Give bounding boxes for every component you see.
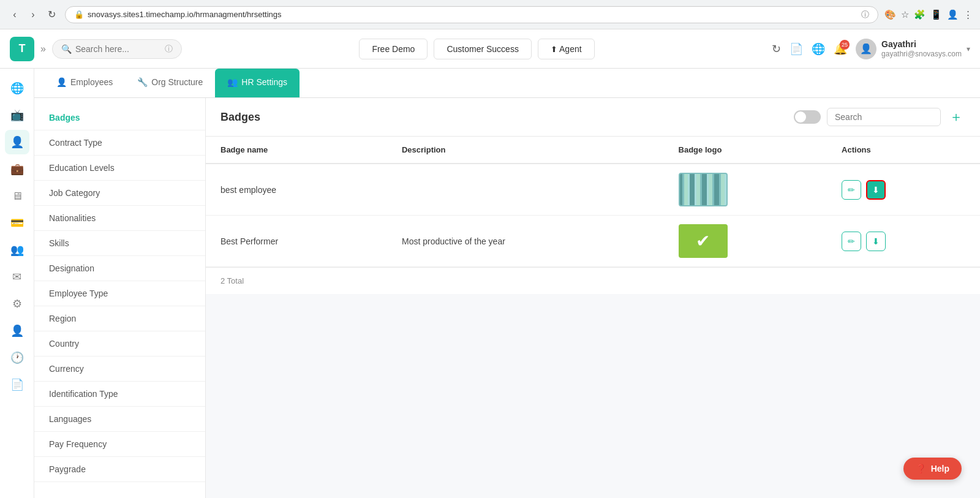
- table-header: Badge name Description Badge logo Action…: [206, 137, 980, 164]
- settings-item-contract-type[interactable]: Contract Type: [34, 130, 205, 156]
- settings-item-employee-type[interactable]: Employee Type: [34, 281, 205, 306]
- content-header: Badges ＋: [206, 98, 980, 137]
- settings-item-paygrade[interactable]: Paygrade: [34, 457, 205, 482]
- settings-item-job-category[interactable]: Job Category: [34, 181, 205, 206]
- badges-table: Badge name Description Badge logo Action…: [206, 137, 980, 267]
- lock-icon: 🔒: [74, 10, 84, 19]
- refresh-icon[interactable]: ↻: [772, 42, 781, 56]
- settings-item-skills[interactable]: Skills: [34, 231, 205, 256]
- badge-logo-cell: [664, 164, 827, 216]
- toggle-switch[interactable]: [794, 110, 821, 124]
- table-row: best employee: [206, 164, 980, 216]
- sidebar-item-doc[interactable]: 📄: [5, 372, 29, 397]
- tab-hr-settings[interactable]: 👥 HR Settings: [215, 69, 300, 97]
- expand-nav-button[interactable]: »: [40, 43, 46, 55]
- col-description: Description: [387, 137, 664, 164]
- sidebar-item-briefcase[interactable]: 💼: [5, 157, 29, 181]
- notification-badge: 25: [840, 40, 850, 50]
- content-area: Badges Contract Type Education Levels Jo…: [34, 98, 980, 498]
- url-text: snovasys.sites1.timechamp.io/hrmanagment…: [88, 10, 281, 19]
- help-button[interactable]: ❓ Help: [903, 458, 962, 480]
- settings-item-designation[interactable]: Designation: [34, 256, 205, 281]
- settings-item-education-levels[interactable]: Education Levels: [34, 156, 205, 181]
- dropdown-chevron-icon: ▾: [967, 45, 970, 53]
- agent-icon: ⬆: [551, 45, 557, 54]
- sidebar-item-mail[interactable]: ✉: [5, 265, 29, 289]
- app-logo: T: [10, 37, 34, 61]
- free-demo-button[interactable]: Free Demo: [359, 39, 428, 59]
- customer-success-button[interactable]: Customer Success: [434, 39, 531, 59]
- total-label: 2 Total: [221, 276, 244, 285]
- forward-button[interactable]: ›: [26, 7, 40, 22]
- tab-employees[interactable]: 👤 Employees: [44, 69, 125, 97]
- bookmark-icon: ☆: [901, 9, 909, 20]
- main-content: Badges ＋ Badge name Description: [206, 98, 980, 498]
- description-cell: [387, 164, 664, 216]
- sidebar-item-group[interactable]: 👥: [5, 238, 29, 262]
- header-search-box[interactable]: 🔍 ⓘ: [52, 39, 182, 59]
- globe-icon[interactable]: 🌐: [812, 42, 825, 56]
- sidebar-item-clock[interactable]: 🕐: [5, 345, 29, 370]
- col-actions: Actions: [827, 137, 980, 164]
- sidebar-item-person2[interactable]: 👤: [5, 319, 29, 343]
- download-icon: ⬇: [872, 185, 880, 195]
- sidebar-item-monitor[interactable]: 🖥: [5, 184, 29, 208]
- main-wrapper: 🌐 📺 👤 💼 🖥 💳 👥 ✉ ⚙ 👤 🕐 📄 👤 Employees 🔧 Or…: [0, 69, 980, 498]
- add-badge-button[interactable]: ＋: [947, 108, 965, 126]
- document-icon[interactable]: 📄: [790, 42, 803, 56]
- settings-item-country[interactable]: Country: [34, 331, 205, 357]
- actions-cell: ✏ ⬇: [827, 164, 980, 216]
- edit-icon: ✏: [848, 185, 855, 195]
- employees-tab-label: Employees: [70, 77, 113, 87]
- browser-nav-buttons: ‹ › ↻: [7, 7, 59, 22]
- badge-logo-cell: ✔: [664, 216, 827, 267]
- download-icon: ⬇: [872, 236, 880, 246]
- sidebar-item-card[interactable]: 💳: [5, 211, 29, 235]
- help-circle-icon: ❓: [916, 464, 926, 473]
- info-circle-icon: ⓘ: [165, 43, 173, 55]
- header-search-input[interactable]: [75, 44, 161, 54]
- settings-item-badges[interactable]: Badges: [34, 105, 205, 130]
- col-badge-logo: Badge logo: [664, 137, 827, 164]
- agent-button[interactable]: ⬆ Agent: [538, 39, 595, 59]
- settings-item-nationalities[interactable]: Nationalities: [34, 206, 205, 231]
- browser-actions: 🎨 ☆ 🧩 📱 👤 ⋮: [884, 9, 973, 20]
- header-right-section: ↻ 📄 🌐 🔔 25 👤 Gayathri gayathri@snovasys.…: [772, 39, 970, 59]
- edit-button-row2[interactable]: ✏: [842, 232, 861, 251]
- action-buttons: ✏ ⬇: [842, 232, 965, 251]
- notification-bell[interactable]: 🔔 25: [834, 42, 847, 56]
- settings-item-currency[interactable]: Currency: [34, 357, 205, 382]
- info-icon: ⓘ: [861, 9, 869, 20]
- settings-sidebar: Badges Contract Type Education Levels Jo…: [34, 98, 206, 498]
- address-bar[interactable]: 🔒 snovasys.sites1.timechamp.io/hrmanagme…: [65, 6, 878, 23]
- content-title: Badges: [221, 111, 260, 124]
- search-wrapper[interactable]: [827, 108, 941, 126]
- sidebar-item-globe[interactable]: 🌐: [5, 76, 29, 100]
- hr-settings-tab-label: HR Settings: [241, 77, 287, 87]
- employees-tab-icon: 👤: [56, 77, 67, 87]
- search-input[interactable]: [835, 112, 933, 122]
- table-body: best employee: [206, 164, 980, 267]
- user-info[interactable]: 👤 Gayathri gayathri@snovasys.com ▾: [856, 39, 970, 59]
- settings-item-region[interactable]: Region: [34, 306, 205, 331]
- sidebar-item-user[interactable]: 👤: [5, 130, 29, 154]
- description-cell: Most productive of the year: [387, 216, 664, 267]
- download-button-row1-highlighted[interactable]: ⬇: [866, 180, 886, 200]
- settings-item-pay-frequency[interactable]: Pay Frequency: [34, 432, 205, 457]
- edit-button-row1[interactable]: ✏: [842, 180, 861, 200]
- download-button-row2[interactable]: ⬇: [866, 232, 886, 251]
- tab-org-structure[interactable]: 🔧 Org Structure: [125, 69, 215, 97]
- org-structure-tab-icon: 🔧: [137, 77, 148, 87]
- settings-item-identification-type[interactable]: Identification Type: [34, 382, 205, 407]
- action-buttons: ✏ ⬇: [842, 180, 965, 200]
- user-name: Gayathri: [881, 39, 962, 50]
- table-footer: 2 Total: [206, 267, 980, 294]
- sidebar-item-gear[interactable]: ⚙: [5, 292, 29, 316]
- settings-item-languages[interactable]: Languages: [34, 407, 205, 432]
- sidebar-item-tv[interactable]: 📺: [5, 103, 29, 127]
- reload-button[interactable]: ↻: [44, 7, 59, 22]
- app-header: T » 🔍 ⓘ Free Demo Customer Success ⬆ Age…: [0, 29, 980, 69]
- back-button[interactable]: ‹: [7, 7, 22, 22]
- menu-icon: ⋮: [963, 9, 973, 20]
- search-icon: 🔍: [61, 44, 72, 54]
